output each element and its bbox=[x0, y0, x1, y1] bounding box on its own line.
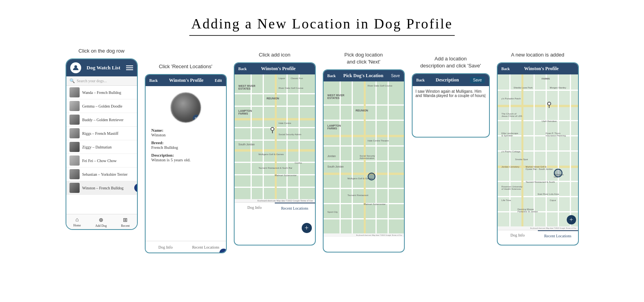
search-bar[interactable]: 🔍 Search your dogs... bbox=[66, 76, 137, 86]
tab-recent-locations[interactable]: Recent Locations bbox=[275, 203, 315, 213]
step1-phone: Dog Watch List 🔍 Search your dogs... Wan… bbox=[66, 58, 138, 230]
dog-name-breed: Ziggy – Dalmatian bbox=[82, 145, 112, 149]
final-screen-title: Winston's Profile bbox=[524, 66, 559, 72]
dog-name-breed: Gemma – Golden Doodle bbox=[82, 104, 123, 108]
dog-thumb bbox=[69, 115, 80, 125]
list-item[interactable]: Ziggy – Dalmatian bbox=[66, 140, 137, 154]
step5-phone: Back Description Save I saw Winston agai… bbox=[412, 73, 490, 138]
profile-header: Back Winston's Profile Edit bbox=[146, 75, 226, 86]
search-placeholder: Search your dogs... bbox=[77, 79, 107, 83]
step3-label: Click add icon bbox=[259, 51, 290, 58]
pick-keyboard-note: Keyboard shortcuts Map data ©2022 Google… bbox=[324, 233, 404, 237]
recent-label: Recent bbox=[121, 224, 130, 228]
steps-row: Click on the dog row Dog Watch List bbox=[0, 48, 644, 253]
step6-phone: Back Winston's Profile . bbox=[497, 62, 579, 245]
list-item[interactable]: Sebastian – Yorkshire Terrier bbox=[66, 168, 137, 181]
step2-label: Click 'Recent Locations' bbox=[159, 63, 212, 70]
save-button[interactable]: Save bbox=[470, 77, 485, 83]
step5-wrapper: Add a location description and click 'Sa… bbox=[412, 55, 490, 138]
step4-phone: Back Pick Dog's Location Save bbox=[323, 69, 405, 253]
add-location-button[interactable]: + bbox=[302, 223, 312, 233]
tab-dog-info[interactable]: Dog Info bbox=[146, 241, 186, 253]
location-selector bbox=[368, 173, 375, 180]
tab-dog-info[interactable]: Dog Info bbox=[235, 203, 275, 213]
pick-header: Back Pick Dog's Location Save bbox=[324, 70, 404, 81]
dog-name-breed: Buddy – Golden Retriever bbox=[82, 118, 124, 122]
list-item[interactable]: Buddy – Golden Retriever bbox=[66, 113, 137, 127]
profile-screen-title: Winston's Profile bbox=[261, 66, 296, 72]
dog-name-breed: Sebastian – Yorkshire Terrier bbox=[82, 172, 128, 177]
dog-thumb bbox=[69, 142, 80, 152]
back-button[interactable]: Back bbox=[502, 67, 510, 71]
pick-screen-title: Pick Dog's Location bbox=[343, 73, 384, 79]
description-field: Description: Winston is 5 years old. bbox=[151, 153, 220, 162]
final-map: FARMS Shields Lane Park Morgan Stanley y… bbox=[498, 74, 578, 226]
pick-map-background: WEST RIVERESTATES LAMPTONFARMS REUNION S… bbox=[324, 81, 404, 233]
dog-name-breed: Fei Fei – Chow Chow bbox=[82, 159, 117, 163]
map-footer-bar: Dog Info Recent Locations bbox=[235, 202, 315, 213]
step5-label: Add a location description and click 'Sa… bbox=[420, 55, 481, 69]
step3-phone: Back Winston's Profile . bbox=[234, 62, 316, 245]
back-button[interactable]: Back bbox=[149, 78, 158, 83]
profile-avatar: ✏ bbox=[170, 92, 201, 123]
pick-map-area[interactable]: WEST RIVERESTATES LAMPTONFARMS REUNION S… bbox=[324, 81, 404, 233]
name-value: Winston bbox=[151, 132, 220, 137]
dog-name-breed: Wanda – French Bulldog bbox=[82, 90, 121, 95]
breed-label: Breed: bbox=[151, 140, 220, 145]
step4-label: Pick dog location and click 'Next' bbox=[344, 51, 382, 65]
avatar-edit-icon[interactable]: ✏ bbox=[193, 115, 200, 122]
search-icon: 🔍 bbox=[69, 78, 75, 83]
dog-thumb bbox=[69, 183, 80, 193]
step6-wrapper: A new location is added Back Winston's P… bbox=[497, 51, 579, 245]
hamburger-icon[interactable] bbox=[126, 65, 133, 70]
description-textarea[interactable]: I saw Winston again at Mulligans. Him an… bbox=[413, 86, 489, 133]
breed-field: Breed: French Bulldog bbox=[151, 140, 220, 150]
add-dog-nav[interactable]: ⊕ Add Dog bbox=[95, 217, 107, 228]
step2-phone: Back Winston's Profile Edit ✏ Name: Wins… bbox=[145, 74, 227, 253]
map-area: WEST RIVERESTATES LAMPTONFARMS REUNION S… bbox=[235, 74, 315, 199]
profile-screen-title: Winston's Profile bbox=[169, 78, 204, 83]
step-indicator-dot bbox=[219, 249, 227, 253]
phone-header: Dog Watch List bbox=[66, 59, 137, 76]
back-button[interactable]: Back bbox=[416, 78, 425, 82]
step1-label: Click on the dog row bbox=[78, 48, 125, 55]
list-item[interactable]: Gemma – Golden Doodle bbox=[66, 99, 137, 113]
add-location-button-final[interactable]: + bbox=[567, 215, 576, 224]
step-indicator-dot bbox=[134, 184, 137, 192]
back-button[interactable]: Back bbox=[238, 67, 247, 71]
final-header: Back Winston's Profile . bbox=[498, 63, 578, 74]
name-field: Name: Winston bbox=[151, 128, 220, 137]
home-label: Home bbox=[73, 224, 81, 227]
profile-tabs: Dog Info Recent Locations bbox=[146, 241, 226, 253]
step1-wrapper: Click on the dog row Dog Watch List bbox=[66, 48, 138, 230]
dog-thumb bbox=[69, 128, 80, 138]
location-pin-1 bbox=[547, 102, 551, 108]
description-label: Description: bbox=[151, 153, 220, 157]
dog-name-breed: Riggs – French Mastiff bbox=[82, 131, 119, 136]
tab-recent-locations-final[interactable]: Recent Locations bbox=[538, 230, 578, 241]
list-item[interactable]: Fei Fei – Chow Chow bbox=[66, 154, 137, 168]
tab-recent-locations[interactable]: Recent Locations bbox=[186, 241, 226, 253]
profile-body: ✏ Name: Winston Breed: French Bulldog De… bbox=[146, 86, 226, 189]
location-pin bbox=[270, 127, 274, 133]
winston-list-item[interactable]: Winston – French Bulldog bbox=[66, 181, 137, 195]
list-item[interactable]: Riggs – French Mastiff bbox=[66, 127, 137, 140]
save-button[interactable]: Save bbox=[391, 74, 400, 78]
recent-icon: ⊞ bbox=[123, 217, 128, 223]
dog-thumb bbox=[69, 155, 80, 166]
dog-thumb bbox=[69, 87, 80, 97]
home-nav[interactable]: ⌂ Home bbox=[73, 217, 81, 228]
desc-screen-title: Description bbox=[436, 77, 459, 83]
add-dog-icon: ⊕ bbox=[99, 217, 103, 223]
list-item[interactable]: Wanda – French Bulldog bbox=[66, 86, 137, 99]
back-button[interactable]: Back bbox=[327, 74, 336, 78]
phone-footer: ⌂ Home ⊕ Add Dog ⊞ Recent bbox=[66, 214, 137, 229]
page-title: Adding a New Location in Dog Profile bbox=[0, 16, 644, 32]
step3-wrapper: Click add icon Back Winston's Profile . bbox=[234, 51, 316, 245]
dog-thumb bbox=[69, 101, 80, 111]
tab-dog-info-final[interactable]: Dog Info bbox=[498, 230, 538, 241]
edit-button[interactable]: Edit bbox=[215, 78, 222, 83]
dog-list: Wanda – French Bulldog Gemma – Golden Do… bbox=[66, 86, 137, 195]
desc-header: Back Description Save bbox=[413, 74, 489, 86]
recent-nav[interactable]: ⊞ Recent bbox=[121, 217, 130, 228]
